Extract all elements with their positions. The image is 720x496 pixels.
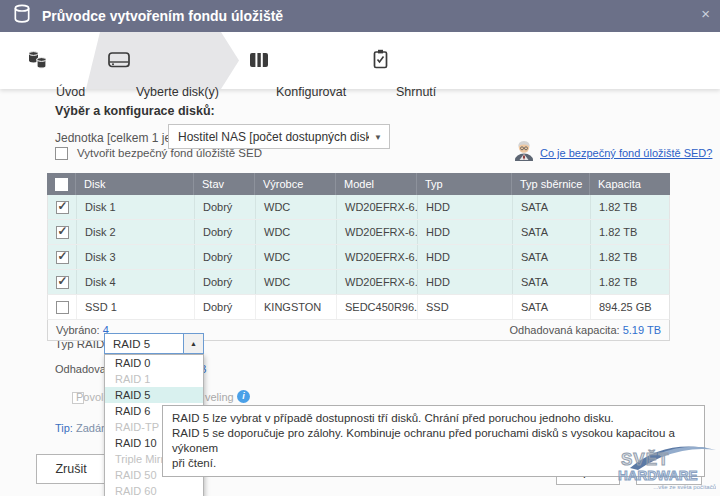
column-header-stav[interactable]: Stav xyxy=(193,173,254,195)
cell-stav: Dobrý xyxy=(194,270,255,294)
select-all-checkbox-cell[interactable] xyxy=(47,173,75,195)
cell-sbernice: SATA xyxy=(512,295,590,319)
step-configure[interactable]: Konfigurovat xyxy=(276,85,346,99)
row-checkbox-cell[interactable] xyxy=(48,245,76,269)
professor-help-icon xyxy=(512,139,536,165)
row-checkbox[interactable] xyxy=(56,226,69,239)
table-row[interactable]: Disk 3DobrýWDCWD20EFRX-6...HDDSATA1.82 T… xyxy=(47,245,670,270)
row-checkbox-cell[interactable] xyxy=(48,220,76,244)
column-header-typ[interactable]: Typ xyxy=(416,173,511,195)
tip-label: Tip: xyxy=(55,422,73,434)
cell-vyrobce: WDC xyxy=(255,220,336,244)
cell-kapacita: 1.82 TB xyxy=(590,195,669,219)
cell-kapacita: 1.82 TB xyxy=(590,270,669,294)
column-header-disk[interactable]: Disk xyxy=(75,173,193,195)
storage-pool-icon xyxy=(12,3,32,29)
raid-option: RAID 60 xyxy=(105,483,203,496)
raid-type-select[interactable]: RAID 5 ▲ xyxy=(104,333,204,354)
cell-typ: HDD xyxy=(417,245,512,269)
cell-vyrobce: WDC xyxy=(255,270,336,294)
cell-stav: Dobrý xyxy=(194,220,255,244)
cell-vyrobce: WDC xyxy=(255,245,336,269)
ssd-option-label-right: veling xyxy=(205,391,234,403)
sed-help-link[interactable]: Co je bezpečný fond úložiště SED? xyxy=(540,147,712,159)
cell-disk: Disk 4 xyxy=(76,270,194,294)
cell-model: SEDC450R96... xyxy=(336,295,417,319)
cell-sbernice: SATA xyxy=(512,220,590,244)
cell-stav: Dobrý xyxy=(194,245,255,269)
disk-table-header: Disk Stav Výrobce Model Typ Typ sběrnice… xyxy=(47,173,670,195)
column-header-model[interactable]: Model xyxy=(335,173,416,195)
cell-typ: HDD xyxy=(417,270,512,294)
unit-select[interactable]: Hostitel NAS [počet dostupných disků... … xyxy=(168,124,390,149)
table-row[interactable]: Disk 4DobrýWDCWD20EFRX-6...HDDSATA1.82 T… xyxy=(47,270,670,295)
raid-option[interactable]: RAID 0 xyxy=(105,355,203,371)
tooltip-line: při čtení. xyxy=(172,456,695,471)
row-checkbox-cell[interactable] xyxy=(48,270,76,294)
unit-select-value: Hostitel NAS [počet dostupných disků... xyxy=(178,130,369,144)
window-title: Průvodce vytvořením fondu úložiště xyxy=(42,8,283,24)
row-checkbox[interactable] xyxy=(56,251,69,264)
tip-line: Tip: Zadání xyxy=(55,422,110,434)
step-intro[interactable]: Úvod xyxy=(56,85,85,99)
cell-typ: HDD xyxy=(417,220,512,244)
row-checkbox[interactable] xyxy=(56,301,69,314)
row-checkbox-cell[interactable] xyxy=(48,295,76,319)
select-disks-step-icon xyxy=(108,51,130,73)
step-summary[interactable]: Shrnutí xyxy=(396,85,436,99)
cell-disk: Disk 1 xyxy=(76,195,194,219)
cell-typ: HDD xyxy=(417,195,512,219)
cancel-button[interactable]: Zrušit xyxy=(36,454,106,484)
configure-step-icon xyxy=(248,51,270,73)
chevron-up-icon[interactable]: ▲ xyxy=(183,334,203,353)
select-all-checkbox[interactable] xyxy=(55,178,68,191)
row-checkbox[interactable] xyxy=(56,201,69,214)
cell-stav: Dobrý xyxy=(194,195,255,219)
tooltip-line: RAID 5 lze vybrat v případě dostupnosti … xyxy=(172,411,695,426)
cell-typ: SSD xyxy=(417,295,512,319)
column-header-kapacita[interactable]: Kapacita xyxy=(589,173,668,195)
titlebar: Průvodce vytvořením fondu úložiště × xyxy=(0,0,720,32)
cell-sbernice: SATA xyxy=(512,245,590,269)
cell-disk: Disk 3 xyxy=(76,245,194,269)
raid-selected-value: RAID 5 xyxy=(105,338,183,350)
cell-model: WD20EFRX-6... xyxy=(336,220,417,244)
cell-model: WD20EFRX-6... xyxy=(336,245,417,269)
cell-vyrobce: WDC xyxy=(255,195,336,219)
cell-stav: Dobrý xyxy=(194,295,255,319)
wizard-window: { "window": { "title": "Průvodce vytvoře… xyxy=(0,0,720,496)
summary-step-icon xyxy=(372,49,389,74)
table-row[interactable]: Disk 1DobrýWDCWD20EFRX-6...HDDSATA1.82 T… xyxy=(47,195,670,220)
sed-checkbox-label: Vytvořit bezpečný fond úložiště SED xyxy=(77,147,262,159)
sed-checkbox[interactable] xyxy=(55,147,68,160)
intro-step-icon xyxy=(26,49,50,75)
tooltip-line: RAID 5 se doporučuje pro zálohy. Kombinu… xyxy=(172,426,695,456)
chevron-down-icon: ▼ xyxy=(374,133,382,142)
raid-option[interactable]: RAID 5 xyxy=(105,387,203,403)
cell-kapacita: 1.82 TB xyxy=(590,220,669,244)
step-bar: Úvod Vyberte disk(y) Konfigurovat Shrnut… xyxy=(0,32,720,89)
row-checkbox[interactable] xyxy=(56,276,69,289)
cell-model: WD20EFRX-6... xyxy=(336,195,417,219)
cell-disk: Disk 2 xyxy=(76,220,194,244)
cell-sbernice: SATA xyxy=(512,270,590,294)
raid-option: RAID 1 xyxy=(105,371,203,387)
disk-table-body: Disk 1DobrýWDCWD20EFRX-6...HDDSATA1.82 T… xyxy=(47,195,670,320)
section-heading: Výběr a konfigurace disků: xyxy=(55,104,215,118)
raid5-tooltip: RAID 5 lze vybrat v případě dostupnosti … xyxy=(162,405,705,477)
table-row[interactable]: SSD 1DobrýKINGSTONSEDC450R96...SSDSATA89… xyxy=(47,295,670,320)
row-checkbox-cell[interactable] xyxy=(48,195,76,219)
column-header-sbernice[interactable]: Typ sběrnice xyxy=(511,173,589,195)
info-icon: i xyxy=(237,390,250,403)
cell-model: WD20EFRX-6... xyxy=(336,270,417,294)
cell-vyrobce: KINGSTON xyxy=(255,295,336,319)
step-select-disks[interactable]: Vyberte disk(y) xyxy=(136,85,219,99)
cell-disk: SSD 1 xyxy=(76,295,194,319)
selected-count: Vybráno: 4 xyxy=(56,324,109,336)
table-row[interactable]: Disk 2DobrýWDCWD20EFRX-6...HDDSATA1.82 T… xyxy=(47,220,670,245)
cell-kapacita: 1.82 TB xyxy=(590,245,669,269)
estimated-capacity-total: Odhadovaná kapacita: 5.19 TB xyxy=(510,324,661,336)
column-header-vyrobce[interactable]: Výrobce xyxy=(254,173,335,195)
close-icon[interactable]: × xyxy=(701,5,710,22)
cell-sbernice: SATA xyxy=(512,195,590,219)
